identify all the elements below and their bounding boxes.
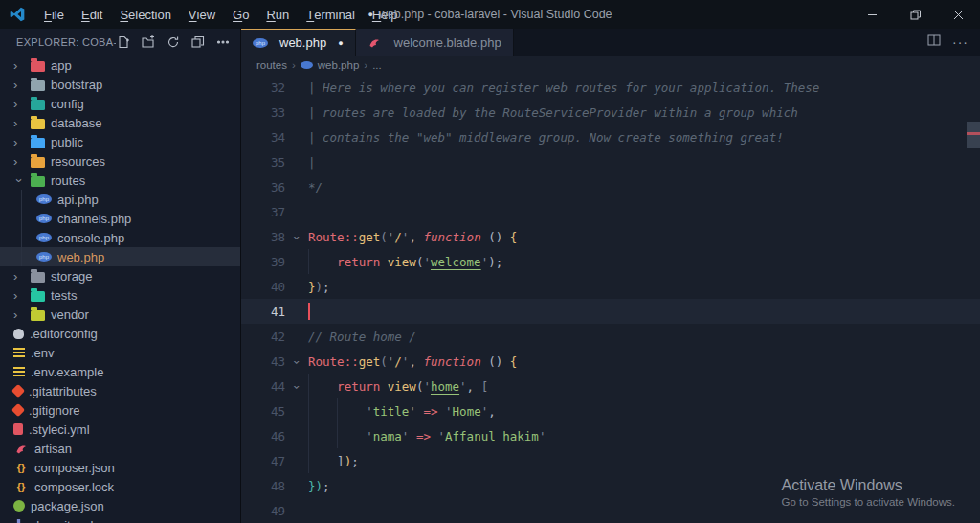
sidebar-folder-database[interactable]: ›database (0, 113, 240, 132)
env-file-icon (13, 348, 25, 357)
sidebar-file-channels-php[interactable]: phpchannels.php (0, 209, 240, 228)
sidebar-file-artisan[interactable]: artisan (0, 439, 240, 458)
tab-welcome-blade-php[interactable]: welcome.blade.php (356, 29, 514, 56)
line-number: 36 (241, 180, 285, 194)
line-content: | Here is where you can register web rou… (308, 75, 980, 100)
menu-selection[interactable]: Selection (111, 0, 179, 29)
code-line-48[interactable]: 48}); (241, 473, 980, 498)
code-line-36[interactable]: 36*/ (241, 174, 980, 199)
php-file-icon: php (253, 38, 268, 48)
code-line-49[interactable]: 49 (241, 498, 980, 523)
sidebar-folder-app[interactable]: ›app (0, 56, 240, 75)
breadcrumb-item-web-php[interactable]: web.php (318, 59, 359, 71)
minimize-icon[interactable] (851, 0, 894, 29)
code-line-43[interactable]: 43›Route::get('/', function () { (241, 349, 980, 374)
npm-file-icon (13, 500, 25, 512)
sidebar-folder-storage[interactable]: ›storage (0, 266, 240, 285)
code-line-41[interactable]: 41 (241, 299, 980, 324)
menu-view[interactable]: View (180, 0, 224, 29)
window-title: ● web.php - coba-laravel - Visual Studio… (368, 8, 612, 21)
split-editor-icon[interactable] (927, 34, 941, 51)
code-line-45[interactable]: 45 'title' => 'Home', (241, 398, 980, 423)
chevron-right-icon: › (13, 58, 31, 73)
sidebar-file-package-json[interactable]: package.json (0, 496, 240, 515)
line-content: | contains the "web" middleware group. N… (308, 125, 980, 149)
tree-item-label: routes (51, 173, 85, 188)
new-file-icon[interactable] (116, 34, 131, 50)
sidebar-folder-bootstrap[interactable]: ›bootstrap (0, 75, 240, 94)
tab-web-php[interactable]: phpweb.php● (241, 29, 356, 56)
sidebar-folder-config[interactable]: ›config (0, 94, 240, 113)
collapse-folders-icon[interactable] (190, 34, 206, 50)
more-actions-icon[interactable] (215, 34, 231, 50)
code-line-46[interactable]: 46 'nama' => 'Affanul hakim' (241, 423, 980, 448)
code-line-39[interactable]: 39 return view('welcome'); (241, 249, 980, 274)
folder-icon (31, 61, 45, 72)
fold-chevron-icon[interactable]: › (285, 230, 308, 244)
indent-guide (308, 448, 309, 473)
sidebar-file-api-php[interactable]: phpapi.php (0, 190, 240, 209)
sidebar-file-editorconfig[interactable]: .editorconfig (0, 324, 240, 343)
tab-label: web.php (279, 35, 326, 50)
menu-edit[interactable]: Edit (73, 0, 111, 29)
code-editor[interactable]: 32| Here is where you can register web r… (241, 75, 980, 523)
code-line-47[interactable]: 47 ]); (241, 448, 980, 473)
line-content (308, 498, 980, 523)
sidebar-file-composer-lock[interactable]: {}composer.lock (0, 477, 240, 496)
scrollbar-thumb[interactable] (967, 122, 980, 148)
close-icon[interactable] (937, 0, 980, 29)
chevron-right-icon: › (13, 154, 31, 169)
sidebar-file-styleci-yml[interactable]: .styleci.yml (0, 420, 240, 439)
code-line-42[interactable]: 42// Route home / (241, 324, 980, 349)
menu-go[interactable]: Go (224, 0, 257, 29)
sidebar-folder-vendor[interactable]: ›vendor (0, 305, 240, 324)
code-line-33[interactable]: 33| routes are loaded by the RouteServic… (241, 100, 980, 125)
line-content: return view('home', [ (308, 374, 980, 398)
new-folder-icon[interactable] (141, 34, 156, 50)
menu-run[interactable]: Run (257, 0, 298, 29)
tree-item-label: tests (51, 288, 77, 303)
breadcrumb-item-[interactable]: ... (372, 59, 382, 71)
sidebar-file-composer-json[interactable]: {}composer.json (0, 458, 240, 477)
sidebar-file-env-example[interactable]: .env.example (0, 362, 240, 381)
folder-icon (31, 157, 45, 168)
sidebar-file-console-php[interactable]: phpconsole.php (0, 228, 240, 247)
fold-chevron-icon[interactable]: › (285, 379, 308, 394)
sidebar-folder-public[interactable]: ›public (0, 132, 240, 151)
breadcrumb-item-routes[interactable]: routes (256, 59, 287, 71)
refresh-icon[interactable] (166, 34, 181, 50)
line-number: 38 (241, 230, 285, 244)
line-number: 45 (241, 404, 285, 419)
tree-item-label: .gitattributes (29, 384, 97, 398)
sidebar-file-web-php[interactable]: phpweb.php (0, 247, 240, 266)
menu-terminal[interactable]: Terminal (298, 0, 364, 29)
sidebar-folder-tests[interactable]: ›tests (0, 285, 240, 305)
code-line-44[interactable]: 44› return view('home', [ (241, 374, 980, 398)
menu-file[interactable]: File (35, 0, 73, 29)
line-content: }); (308, 274, 980, 299)
line-number: 44 (241, 379, 285, 394)
tree-item-label: public (51, 135, 83, 149)
code-line-37[interactable]: 37 (241, 199, 980, 224)
tree-item-label: config (51, 97, 84, 111)
folder-icon (31, 80, 45, 91)
sidebar-file-gitattributes[interactable]: .gitattributes (0, 381, 240, 400)
sidebar-file-gitignore[interactable]: .gitignore (0, 400, 240, 420)
code-line-35[interactable]: 35| (241, 149, 980, 174)
restore-icon[interactable] (894, 0, 937, 29)
title-bar: FileEditSelectionViewGoRunTerminalHelp ●… (0, 0, 980, 29)
code-line-38[interactable]: 38›Route::get('/', function () { (241, 224, 980, 249)
code-line-40[interactable]: 40}); (241, 274, 980, 299)
more-actions-icon[interactable]: ··· (952, 34, 969, 50)
sidebar-folder-resources[interactable]: ›resources (0, 151, 240, 171)
explorer-actions (116, 34, 231, 50)
yml-file-icon (13, 423, 23, 435)
sidebar-file-env[interactable]: .env (0, 343, 240, 362)
sidebar-file-phpunit-xml[interactable]: phpunit.xml (0, 515, 240, 523)
code-line-32[interactable]: 32| Here is where you can register web r… (241, 75, 980, 100)
fold-chevron-icon[interactable]: › (285, 354, 308, 369)
code-line-34[interactable]: 34| contains the "web" middleware group.… (241, 125, 980, 149)
line-content (308, 199, 980, 224)
line-number: 35 (241, 155, 285, 170)
sidebar-folder-routes[interactable]: ›routes (0, 171, 240, 190)
